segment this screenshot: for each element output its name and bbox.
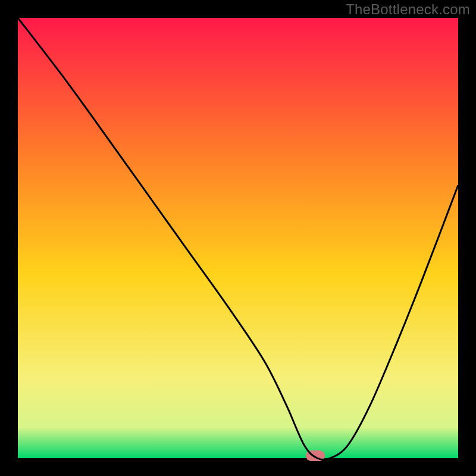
chart-frame: TheBottleneck.com [0, 0, 476, 476]
watermark-text: TheBottleneck.com [346, 1, 470, 18]
plot-area [18, 18, 458, 458]
bottleneck-curve [18, 18, 458, 458]
curve-path [18, 18, 458, 460]
